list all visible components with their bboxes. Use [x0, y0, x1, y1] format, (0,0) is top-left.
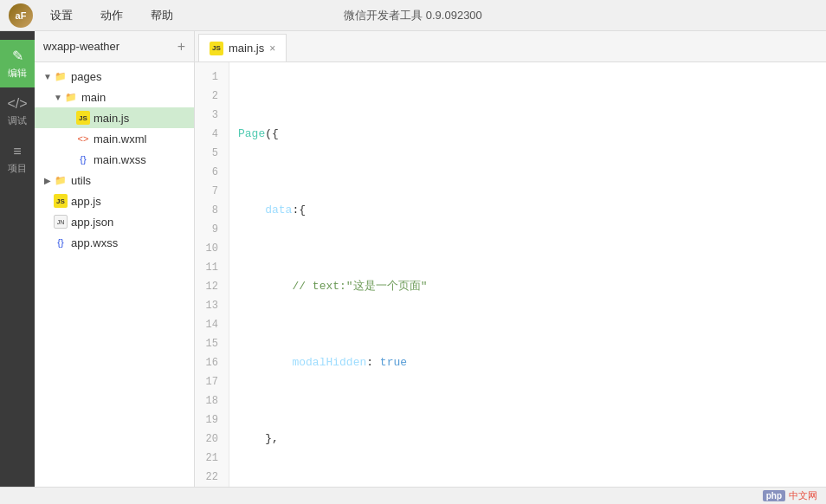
tab-close-button[interactable]: × — [269, 42, 275, 55]
sidebar-item-debug[interactable]: </> 调试 — [0, 87, 35, 135]
line-numbers: 1 2 3 4 5 6 7 8 9 10 11 12 13 14 15 16 1… — [195, 62, 229, 487]
pages-arrow: ▼ — [42, 72, 54, 81]
project-icon: ≡ — [13, 144, 21, 159]
main-folder-icon: 📁 — [64, 90, 78, 104]
debug-label: 调试 — [8, 114, 27, 127]
main-js-icon: JS — [76, 111, 90, 125]
project-name: wxapp-weather — [43, 40, 171, 53]
utils-folder-icon: 📁 — [54, 173, 68, 187]
code-editor[interactable]: 1 2 3 4 5 6 7 8 9 10 11 12 13 14 15 16 1… — [195, 62, 826, 487]
main-area: ✎ 编辑 </> 调试 ≡ 项目 wxapp-weather + ▼ 📁 pag… — [0, 31, 826, 487]
menu-help[interactable]: 帮助 — [145, 4, 178, 27]
app-json-icon: JN — [54, 215, 68, 229]
tree-item-pages[interactable]: ▼ 📁 pages — [35, 66, 194, 87]
code-content[interactable]: Page({ data:{ // text:"这是一个页面" modalHidd… — [229, 62, 826, 487]
project-header: wxapp-weather + — [35, 31, 194, 62]
pages-folder-icon: 📁 — [54, 69, 68, 83]
menu-bar-left: 设置 动作 帮助 — [45, 4, 178, 27]
avatar-area: aF — [9, 3, 36, 28]
php-badge: php — [763, 490, 785, 501]
tree-item-app-js[interactable]: ▶ JS app.js — [35, 191, 194, 211]
app-wxss-name: app.wxss — [71, 236, 187, 249]
tree-item-main-wxss[interactable]: ▶ {} main.wxss — [35, 149, 194, 170]
utils-arrow: ▶ — [42, 176, 54, 185]
code-line-2: data:{ — [238, 201, 817, 220]
tab-main-js[interactable]: JS main.js × — [198, 34, 287, 61]
tree-item-utils[interactable]: ▶ 📁 utils — [35, 170, 194, 191]
debug-icon: </> — [7, 96, 27, 112]
bottom-bar: php 中文网 — [0, 487, 826, 504]
main-js-name: main.js — [94, 112, 187, 125]
edit-icon: ✎ — [12, 48, 23, 64]
app-json-name: app.json — [71, 216, 187, 229]
sidebar-item-project[interactable]: ≡ 项目 — [0, 135, 35, 183]
menu-bar: aF 设置 动作 帮助 微信开发者工具 0.9.092300 — [0, 0, 826, 31]
main-arrow: ▼ — [52, 93, 64, 102]
php-site-text: 中文网 — [789, 489, 817, 502]
tab-label: main.js — [229, 42, 264, 55]
main-folder-name: main — [81, 91, 187, 104]
file-tree-panel: wxapp-weather + ▼ 📁 pages ▼ 📁 main ▶ — [35, 31, 195, 487]
app-wxss-icon: {} — [54, 236, 68, 249]
menu-actions[interactable]: 动作 — [95, 4, 128, 27]
menu-settings[interactable]: 设置 — [45, 4, 78, 27]
app-js-icon: JS — [54, 194, 68, 208]
avatar: aF — [9, 3, 33, 28]
editor-tabs: JS main.js × — [195, 31, 826, 62]
file-tree: ▼ 📁 pages ▼ 📁 main ▶ JS main.js ▶ — [35, 62, 194, 487]
code-line-4: modalHidden: true — [238, 353, 817, 372]
main-wxss-name: main.wxss — [94, 153, 187, 166]
tree-item-app-json[interactable]: ▶ JN app.json — [35, 211, 194, 232]
edit-label: 编辑 — [8, 67, 27, 80]
sidebar-icons: ✎ 编辑 </> 调试 ≡ 项目 — [0, 31, 35, 487]
tab-js-icon: JS — [210, 42, 223, 55]
add-file-button[interactable]: + — [177, 39, 185, 55]
project-label: 项目 — [8, 162, 27, 175]
main-wxml-icon: <> — [76, 132, 90, 145]
tree-item-main-js[interactable]: ▶ JS main.js — [35, 107, 194, 128]
main-wxss-icon: {} — [76, 152, 90, 166]
app-js-name: app.js — [71, 195, 187, 208]
code-line-1: Page({ — [238, 125, 817, 144]
editor-area: JS main.js × 1 2 3 4 5 6 7 8 9 10 11 12 … — [195, 31, 826, 487]
code-line-5: }, — [238, 430, 817, 449]
tree-item-app-wxss[interactable]: ▶ {} app.wxss — [35, 232, 194, 253]
pages-folder-name: pages — [71, 70, 187, 83]
tree-item-main[interactable]: ▼ 📁 main — [35, 87, 194, 107]
app-title: 微信开发者工具 0.9.092300 — [344, 8, 482, 23]
sidebar-item-edit[interactable]: ✎ 编辑 — [0, 40, 35, 87]
main-wxml-name: main.wxml — [94, 132, 187, 145]
tree-item-main-wxml[interactable]: ▶ <> main.wxml — [35, 128, 194, 149]
code-line-3: // text:"这是一个页面" — [238, 277, 817, 296]
utils-folder-name: utils — [71, 174, 187, 187]
